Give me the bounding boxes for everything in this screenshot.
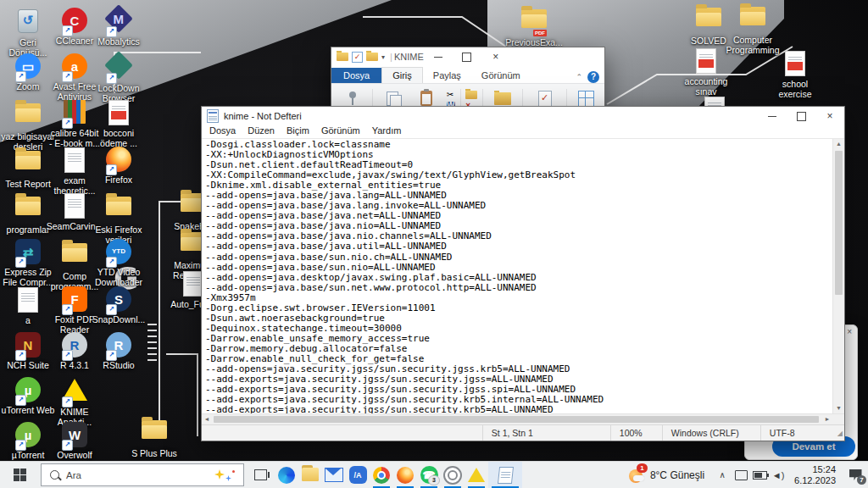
- firefox-icon: [397, 467, 414, 484]
- desktop-icon-previousexa[interactable]: PDFPreviousExa...: [501, 4, 567, 48]
- desktop-icon-lockdown-browser[interactable]: ↗LockDown Browser: [86, 52, 152, 103]
- folder-icon: [142, 420, 167, 439]
- tablet-mode-icon[interactable]: [732, 462, 750, 488]
- tab-gorunum[interactable]: Görünüm: [471, 68, 531, 83]
- notepad-icon: [497, 467, 513, 484]
- tab-giris[interactable]: Giriş: [381, 67, 423, 83]
- tray-time: 15:24: [794, 464, 836, 475]
- shortcut-arrow-icon: ↗: [15, 257, 26, 268]
- folder-icon: [740, 7, 765, 25]
- scroll-right-icon[interactable]: ►: [822, 414, 832, 424]
- properties-check-icon: ✓: [538, 91, 552, 107]
- shortcut-arrow-icon: ↗: [106, 350, 117, 361]
- desktop-icon-computer-programming[interactable]: Computer Programming: [720, 2, 786, 55]
- scroll-left-icon[interactable]: ◄: [202, 414, 212, 424]
- clock[interactable]: 15:24 6.12.2023: [787, 464, 843, 486]
- system-tray: 1 8°C Güneşli ∧ ◄) 15:24 6.12.2023 7: [620, 462, 868, 488]
- menu-dosya[interactable]: Dosya: [203, 125, 242, 138]
- taskbar-app-notepad[interactable]: [488, 462, 522, 488]
- taskbar-app-rings-app[interactable]: [441, 462, 465, 488]
- help-icon[interactable]: ?: [587, 71, 599, 83]
- desktop-icon-school-exercise[interactable]: school exercise: [762, 49, 828, 99]
- shortcut-arrow-icon: ↗: [106, 26, 117, 37]
- folder-icon: [15, 151, 41, 169]
- tab-dosya[interactable]: Dosya: [331, 68, 381, 83]
- start-button[interactable]: [0, 462, 39, 488]
- desktop-icon-eski-firefox-verileri[interactable]: Eski Firefox verileri: [86, 191, 152, 245]
- menu-bicim[interactable]: Biçim: [281, 125, 315, 138]
- desktop-icon-knime-analyti[interactable]: ↗KNIME Analyti...: [42, 376, 108, 427]
- taskbar-app-file-explorer[interactable]: [298, 462, 322, 488]
- icon-label: school exercise: [762, 80, 828, 99]
- horizontal-scrollbar[interactable]: ◄ ►: [202, 413, 844, 424]
- taskbar-apps: /A☎3: [275, 462, 522, 488]
- move-to-icon[interactable]: [465, 91, 477, 99]
- desktop-icon-s-plus-plus[interactable]: S Plus Plus: [121, 415, 187, 459]
- cut-icon[interactable]: ✂: [447, 91, 455, 99]
- desktop-icon-snapdownl[interactable]: S↗SnapDownl...: [86, 286, 152, 325]
- qat-dropdown-icon[interactable]: ▾: [381, 53, 385, 61]
- desktop-icon-firefox[interactable]: ↗Firefox: [86, 146, 152, 186]
- taskbar-app-edge[interactable]: [275, 462, 298, 488]
- desktop-icon-ytd-video-downloader[interactable]: YTD↗YTD Video Downloader: [86, 238, 152, 287]
- tab-paylas[interactable]: Paylaş: [423, 68, 471, 83]
- paste-icon: [420, 91, 432, 106]
- tray-expand-icon[interactable]: ∧: [713, 462, 732, 488]
- maximize-button[interactable]: [453, 47, 481, 66]
- notepad-titlebar[interactable]: knime - Not Defteri ×: [202, 107, 844, 125]
- desktop-icon-mobalytics[interactable]: M↗Mobalytics: [86, 5, 152, 47]
- vertical-scrollbar[interactable]: ▲ ▼: [832, 139, 844, 413]
- taskbar-app-mail[interactable]: [322, 462, 346, 488]
- ribbon-collapse-icon[interactable]: ⌃: [576, 73, 582, 81]
- weather-widget[interactable]: 1 8°C Güneşli: [620, 467, 713, 484]
- tray-date: 6.12.2023: [794, 475, 836, 486]
- taskbar-app-firefox[interactable]: [393, 462, 417, 488]
- notepad-text-area[interactable]: -Dosgi.classloader.lock=classname-XX:+Un…: [202, 139, 844, 413]
- close-button[interactable]: ×: [481, 47, 510, 66]
- shortcut-arrow-icon: ↗: [62, 440, 73, 451]
- properties-icon[interactable]: ✓: [352, 52, 363, 63]
- scroll-down-icon[interactable]: ▼: [833, 403, 844, 413]
- resize-grip[interactable]: ◢: [837, 430, 844, 437]
- search-highlights-icon: [214, 469, 225, 480]
- menu-gorunum[interactable]: Görünüm: [315, 125, 366, 138]
- search-input[interactable]: Ara: [41, 463, 244, 486]
- folder-icon[interactable]: [337, 53, 348, 61]
- menu-duzen[interactable]: Düzen: [242, 125, 281, 138]
- desktop-icon-rstudio[interactable]: R↗RStudio: [86, 331, 152, 371]
- taskbar-app-whatsapp[interactable]: ☎3: [417, 462, 441, 488]
- scroll-up-icon[interactable]: ▲: [833, 139, 844, 149]
- minimize-button[interactable]: [424, 47, 453, 66]
- icon-label: SnapDownl...: [86, 315, 152, 325]
- desktop-icon-overwolf[interactable]: W↗Overwolf: [42, 421, 108, 461]
- menu-yardim[interactable]: Yardım: [366, 125, 408, 138]
- battery-icon[interactable]: [750, 462, 769, 488]
- minimize-button[interactable]: [758, 107, 787, 125]
- folder-icon[interactable]: [366, 53, 378, 61]
- ribbon-tabs: Dosya Giriş Paylaş Görünüm ⌃ ?: [331, 66, 604, 84]
- taskbar-app-triangle-app[interactable]: [465, 462, 488, 488]
- toast-close-icon[interactable]: ×: [847, 327, 852, 336]
- close-button[interactable]: ×: [815, 107, 844, 125]
- shortcut-arrow-icon: ↗: [62, 25, 73, 36]
- weather-condition: Güneşli: [670, 469, 704, 481]
- chrome-icon: [373, 467, 390, 484]
- notepad-title: knime - Not Defteri: [224, 111, 758, 121]
- folder-icon: [696, 8, 721, 26]
- task-view-button[interactable]: [249, 462, 271, 488]
- icon-label: Firefox: [86, 175, 152, 186]
- line-ending: Windows (CRLF): [662, 425, 760, 441]
- desktop-icon-bocconi-deme[interactable]: bocconi ödeme ...: [86, 98, 152, 148]
- explorer-titlebar[interactable]: ✓ ▾ | KNIME ×: [331, 47, 604, 66]
- volume-icon[interactable]: ◄): [769, 462, 787, 488]
- maximize-button[interactable]: [787, 107, 815, 125]
- hscroll-thumb[interactable]: [214, 416, 819, 423]
- windows-logo-icon: [14, 469, 26, 481]
- pdf-icon: [785, 51, 805, 76]
- vscroll-thumb[interactable]: [835, 151, 843, 295]
- taskbar-app-chrome[interactable]: [370, 462, 393, 488]
- folder-icon: [15, 103, 41, 122]
- taskbar-app-a-app[interactable]: /A: [346, 462, 370, 488]
- text-line: --add-exports=java.security.jgss/sun.sec…: [205, 405, 833, 413]
- action-center-button[interactable]: 7: [843, 462, 868, 488]
